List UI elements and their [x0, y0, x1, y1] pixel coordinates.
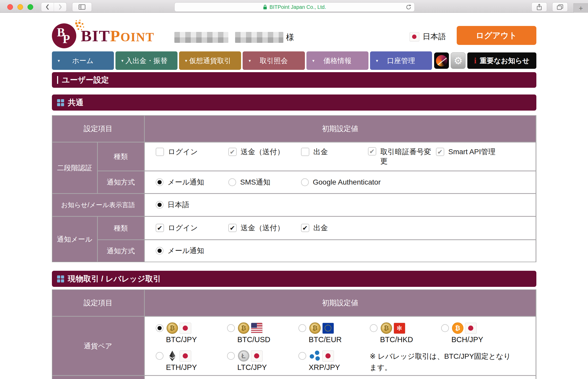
japan-flag-icon	[180, 350, 191, 362]
checkbox-smart-api[interactable]: ✔Smart API管理	[436, 147, 496, 157]
option-label: ログイン	[168, 223, 198, 233]
checkbox-withdraw[interactable]: ✔出金	[301, 223, 328, 233]
pair-label: BCH/JPY	[452, 335, 512, 344]
new-tab-button[interactable]: +	[573, 3, 588, 13]
checkbox-box: ✔	[301, 224, 309, 232]
option-label: メール通知	[168, 178, 204, 187]
nav-utility: ⚙ i 重要なお知らせ	[434, 52, 536, 69]
us-flag-icon	[251, 323, 263, 334]
share-icon	[536, 4, 542, 11]
display-language-options: 日本語	[145, 194, 536, 216]
bch-coin-icon: ₿	[452, 322, 463, 334]
tabs-icon	[557, 4, 563, 10]
user-honorific: 様	[286, 32, 294, 43]
pair-option-btc-jpy[interactable]: ₿BTC/JPY	[156, 322, 227, 344]
grid-icon	[57, 275, 64, 282]
pair-option-btc-eur[interactable]: ₿BTC/EUR	[298, 322, 370, 344]
row-label-currency-pair: 通貨ペア	[52, 317, 144, 375]
monogram-p: P	[63, 32, 70, 46]
option-label: Google Authenticator	[313, 178, 381, 187]
currency-pair-options: ₿BTC/JPY₿BTC/USD₿BTC/EUR₿✻BTC/HKD₿BCH/JP…	[145, 317, 536, 375]
nav-item-deposit-transfer[interactable]: ▼入出金・振替	[115, 51, 177, 70]
row-label-twofa-method: 通知方式	[98, 171, 144, 193]
forward-button[interactable]	[54, 2, 67, 12]
site-header: B P BITPOINT 様 日本語 ログアウト	[52, 25, 536, 47]
radio-circle	[370, 324, 378, 332]
logout-button[interactable]: ログアウト	[457, 26, 536, 45]
logo-dither-dots	[75, 22, 77, 24]
checkbox-remit[interactable]: ✔送金（送付）	[228, 223, 301, 233]
tab-overview-button[interactable]	[552, 2, 568, 12]
share-button[interactable]	[531, 2, 547, 12]
refresh-button[interactable]	[406, 4, 412, 11]
japan-flag-icon	[465, 323, 477, 334]
nav-label: 価格情報	[323, 56, 351, 65]
checkbox-box: ✔	[228, 224, 237, 232]
checkbox-login[interactable]: ✔ログイン	[156, 147, 228, 157]
radio-circle	[298, 352, 306, 360]
option-label: Smart API管理	[448, 147, 496, 157]
radio-circle	[156, 352, 163, 360]
app-button[interactable]	[434, 52, 449, 69]
radio-circle	[227, 352, 235, 360]
pair-label: BTC/HKD	[380, 335, 441, 344]
nav-item-account-mgmt[interactable]: ▼口座管理	[370, 51, 432, 70]
radio-mail-notify[interactable]: メール通知	[156, 246, 204, 255]
radio-mail-notify[interactable]: メール通知	[156, 178, 228, 187]
checkbox-box: ✔	[156, 148, 164, 156]
chevron-left-icon	[45, 4, 50, 10]
zoom-button[interactable]	[28, 4, 33, 10]
pair-option-eth-jpy[interactable]: ETH/JPY	[156, 350, 227, 373]
chevron-down-icon: ▼	[248, 59, 251, 63]
pair-option-xrp-jpy[interactable]: XRP/JPY	[298, 350, 370, 373]
important-notice-button[interactable]: i 重要なお知らせ	[467, 52, 536, 69]
radio-google-auth[interactable]: Google Authenticator	[301, 178, 381, 187]
sidebar-toggle-button[interactable]	[72, 2, 92, 12]
bitpoint-logo[interactable]: B P BITPOINT	[52, 23, 154, 48]
option-label: 送金（送付）	[241, 147, 284, 157]
address-bar[interactable]: BITPoint Japan Co., Ltd.	[174, 2, 415, 12]
pair-label: XRP/JPY	[309, 363, 370, 372]
checkbox-box: ✔	[156, 224, 164, 232]
nav-item-crypto-trade[interactable]: ▼仮想通貨取引	[179, 51, 241, 70]
checkbox-box: ✔	[368, 147, 376, 155]
settings-button[interactable]: ⚙	[451, 52, 466, 69]
back-button[interactable]	[41, 2, 54, 12]
main-nav: ▼ホーム▼入出金・振替▼仮想通貨取引▼取引照会▼価格情報▼口座管理 ⚙ i 重要…	[52, 51, 536, 70]
nav-label: 入出金・振替	[125, 56, 167, 65]
sidebar-icon	[79, 4, 85, 10]
btc-coin-icon: ₿	[238, 322, 249, 334]
checkbox-withdraw[interactable]: ✔出金	[301, 147, 368, 157]
pair-option-btc-usd[interactable]: ₿BTC/USD	[227, 322, 298, 344]
masked-username-block	[174, 32, 228, 43]
japan-flag-icon	[180, 323, 191, 334]
nav-item-price-info[interactable]: ▼価格情報	[306, 51, 368, 70]
checkbox-remit[interactable]: ✔送金（送付）	[228, 147, 301, 157]
nav-item-home[interactable]: ▼ホーム	[52, 51, 114, 70]
pair-option-ltc-jpy[interactable]: ŁLTC/JPY	[227, 350, 298, 373]
nav-item-trade-inquiry[interactable]: ▼取引照会	[243, 51, 305, 70]
section-header-trading: 現物取引 / レバレッジ取引	[52, 271, 536, 287]
language-selector[interactable]: 日本語	[409, 31, 446, 42]
checkbox-pin-change[interactable]: ✔取引暗証番号変更	[368, 147, 436, 166]
checkbox-box: ✔	[228, 148, 237, 156]
checkbox-box: ✔	[301, 148, 309, 156]
radio-sms-notify[interactable]: SMS通知	[228, 178, 301, 187]
column-header-setting: 設定項目	[52, 116, 144, 142]
radio-japanese[interactable]: 日本語	[156, 200, 189, 209]
chevron-right-icon	[58, 4, 63, 10]
bitpoint-monogram-icon: B P	[52, 23, 76, 48]
close-button[interactable]	[7, 4, 13, 10]
pair-option-bch-jpy[interactable]: ₿BCH/JPY	[441, 322, 512, 344]
row-label-mail-method: 通知方式	[98, 240, 144, 262]
mail-method-options: メール通知	[145, 240, 536, 262]
option-label: メール通知	[168, 246, 204, 255]
checkbox-login[interactable]: ✔ログイン	[156, 223, 228, 233]
masked-username-block	[235, 32, 283, 43]
chevron-down-icon: ▼	[184, 59, 188, 63]
eu-flag-icon	[322, 323, 334, 334]
section-header-common: 共通	[52, 94, 536, 111]
ltc-coin-icon: Ł	[238, 350, 249, 362]
minimize-button[interactable]	[17, 4, 23, 10]
pair-option-btc-hkd[interactable]: ₿✻BTC/HKD	[370, 322, 441, 344]
